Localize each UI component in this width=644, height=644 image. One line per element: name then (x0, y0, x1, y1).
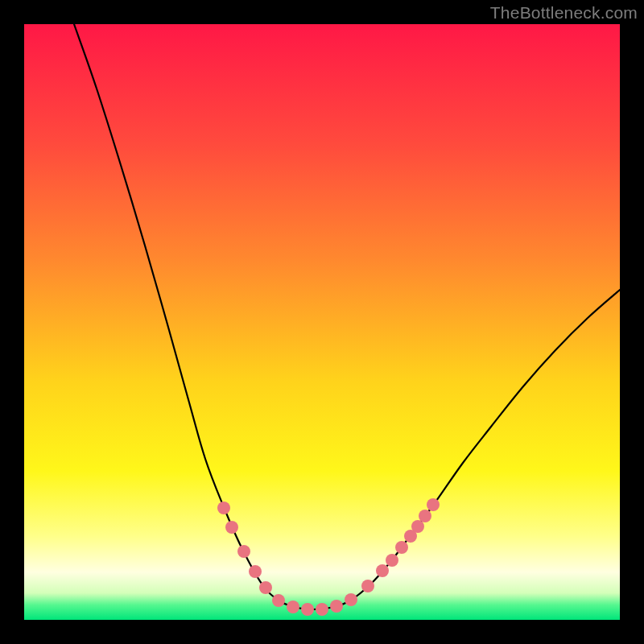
data-markers (217, 498, 440, 616)
data-marker (395, 541, 408, 554)
data-marker (217, 502, 230, 514)
data-marker (361, 580, 374, 592)
data-marker (287, 601, 299, 613)
data-marker (225, 521, 238, 534)
watermark-text: TheBottleneck.com (490, 3, 638, 23)
data-marker (237, 545, 250, 558)
data-marker (272, 594, 285, 607)
chart-stage: TheBottleneck.com (0, 0, 644, 644)
curve-layer (24, 24, 620, 620)
data-marker (316, 603, 328, 616)
data-marker (411, 520, 424, 533)
bottleneck-curve (74, 24, 620, 609)
data-marker (249, 565, 262, 578)
data-marker (419, 510, 431, 522)
data-marker (376, 564, 389, 577)
data-marker (259, 581, 272, 594)
data-marker (386, 554, 398, 567)
plot-area (24, 24, 620, 620)
data-marker (301, 603, 314, 616)
data-marker (345, 593, 357, 606)
data-marker (330, 600, 343, 613)
data-marker (427, 498, 440, 511)
